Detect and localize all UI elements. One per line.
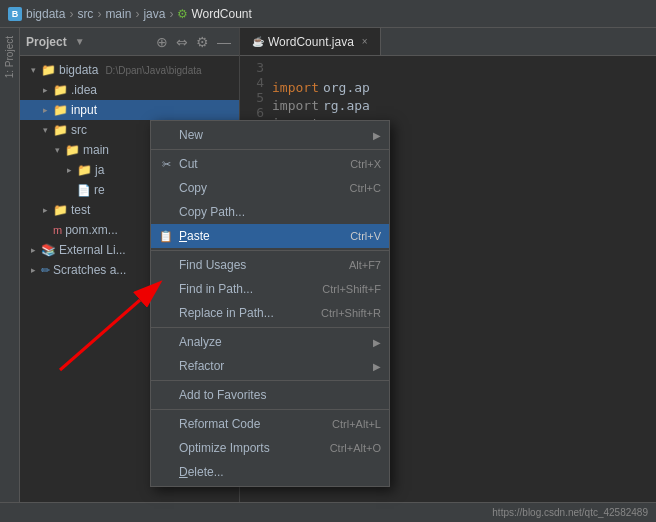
menu-shortcut: Alt+F7 [349,259,381,271]
menu-shortcut: Ctrl+Shift+F [322,283,381,295]
menu-shortcut: Ctrl+Shift+R [321,307,381,319]
status-bar: https://blog.csdn.net/qtc_42582489 [0,502,656,522]
tree-item-label: src [71,123,87,137]
expand-arrow: ▸ [64,165,74,175]
menu-item-new[interactable]: New ▶ [151,123,389,147]
tree-item-label: re [94,183,105,197]
expand-arrow: ▾ [52,145,62,155]
menu-item-label: Optimize Imports [179,441,324,455]
menu-item-copypath[interactable]: Copy Path... [151,200,389,224]
expand-arrow: ▸ [40,105,50,115]
menu-item-addtofav[interactable]: Add to Favorites [151,383,389,407]
folder-icon: ✏ [41,264,50,277]
panel-actions: ⊕ ⇔ ⚙ — [154,34,233,50]
menu-item-reformatcode[interactable]: Reformat Code Ctrl+Alt+L [151,412,389,436]
left-toolbar: 1: Project [0,28,20,522]
menu-shortcut: Ctrl+V [350,230,381,242]
code-line-4: import org.ap [272,78,648,96]
tree-item-idea[interactable]: ▸ 📁 .idea [20,80,239,100]
tree-item-label: pom.xm... [65,223,118,237]
menu-item-label: Analyze [179,335,367,349]
menu-shortcut: Ctrl+Alt+L [332,418,381,430]
menu-item-findinpath[interactable]: Find in Path... Ctrl+Shift+F [151,277,389,301]
expand-arrow [64,185,74,195]
file-icon: 📄 [77,184,91,197]
menu-divider [151,380,389,381]
breadcrumb-bigdata[interactable]: bigdata [26,7,65,21]
breadcrumb: bigdata › src › main › java › ⚙WordCount [26,7,252,21]
menu-item-refactor[interactable]: Refactor ▶ [151,354,389,378]
menu-item-delete[interactable]: Delete... [151,460,389,484]
menu-item-label: Copy [179,181,344,195]
menu-shortcut: Ctrl+C [350,182,381,194]
menu-divider [151,327,389,328]
menu-item-analyze[interactable]: Analyze ▶ [151,330,389,354]
breadcrumb-src[interactable]: src [77,7,93,21]
expand-arrow [40,225,50,235]
tree-item-label: Scratches a... [53,263,126,277]
file-icon: m [53,224,62,236]
tree-item-label: ja [95,163,104,177]
folder-icon: 📁 [65,143,80,157]
menu-item-findusages[interactable]: Find Usages Alt+F7 [151,253,389,277]
menu-item-label: New [179,128,367,142]
menu-item-optimizeimports[interactable]: Optimize Imports Ctrl+Alt+O [151,436,389,460]
paste-icon: 📋 [159,230,173,243]
menu-divider [151,409,389,410]
panel-header: Project ▼ ⊕ ⇔ ⚙ — [20,28,239,56]
locate-button[interactable]: ⊕ [154,34,170,50]
expand-arrow: ▸ [28,245,38,255]
tab-wordcount[interactable]: ☕ WordCount.java × [240,28,381,55]
menu-item-cut[interactable]: ✂ Cut Ctrl+X [151,152,389,176]
submenu-arrow-icon: ▶ [373,130,381,141]
code-line-5: importrg.apa [272,96,648,114]
settings-button[interactable]: ⚙ [194,34,211,50]
close-tab-icon[interactable]: × [362,36,368,47]
folder-icon: 📁 [41,63,56,77]
menu-item-label: Refactor [179,359,367,373]
expand-arrow: ▾ [28,65,38,75]
breadcrumb-java[interactable]: java [143,7,165,21]
folder-icon: 📁 [53,203,68,217]
minimize-panel-button[interactable]: — [215,34,233,50]
tree-item-input[interactable]: ▸ 📁 input [20,100,239,120]
menu-shortcut: Ctrl+Alt+O [330,442,381,454]
project-tab-label[interactable]: 1: Project [4,32,15,82]
menu-item-label: Delete... [179,465,381,479]
context-menu: New ▶ ✂ Cut Ctrl+X Copy Ctrl+C Copy Path… [150,120,390,487]
tree-item-label: .idea [71,83,97,97]
breadcrumb-main[interactable]: main [105,7,131,21]
expand-arrow: ▸ [28,265,38,275]
tree-item-label: main [83,143,109,157]
tree-item-bigdata[interactable]: ▾ 📁 bigdata D:\Dpan\Java\bigdata [20,60,239,80]
panel-dropdown-icon[interactable]: ▼ [75,36,85,47]
menu-item-label: Copy Path... [179,205,381,219]
java-file-icon: ☕ [252,36,264,47]
cut-icon: ✂ [159,158,173,171]
collapse-all-button[interactable]: ⇔ [174,34,190,50]
folder-icon: 📁 [53,123,68,137]
app-icon: B [8,7,22,21]
tree-item-label: bigdata [59,63,98,77]
breadcrumb-wordcount: ⚙WordCount [177,7,251,21]
status-url: https://blog.csdn.net/qtc_42582489 [492,507,648,518]
tree-item-label: test [71,203,90,217]
menu-item-label: Find Usages [179,258,343,272]
menu-item-replaceinpath[interactable]: Replace in Path... Ctrl+Shift+R [151,301,389,325]
folder-icon: 📁 [53,103,68,117]
menu-shortcut: Ctrl+X [350,158,381,170]
expand-arrow: ▸ [40,205,50,215]
folder-icon: 📁 [53,83,68,97]
title-bar: B bigdata › src › main › java › ⚙WordCou… [0,0,656,28]
menu-item-paste[interactable]: 📋 Paste Ctrl+V [151,224,389,248]
submenu-arrow-icon: ▶ [373,361,381,372]
folder-icon: 📁 [77,163,92,177]
tab-label: WordCount.java [268,35,354,49]
menu-item-label: Paste [179,229,344,243]
tree-item-label: External Li... [59,243,126,257]
menu-item-copy[interactable]: Copy Ctrl+C [151,176,389,200]
submenu-arrow-icon: ▶ [373,337,381,348]
expand-arrow: ▸ [40,85,50,95]
tab-bar: ☕ WordCount.java × [240,28,656,56]
menu-item-label: Replace in Path... [179,306,315,320]
